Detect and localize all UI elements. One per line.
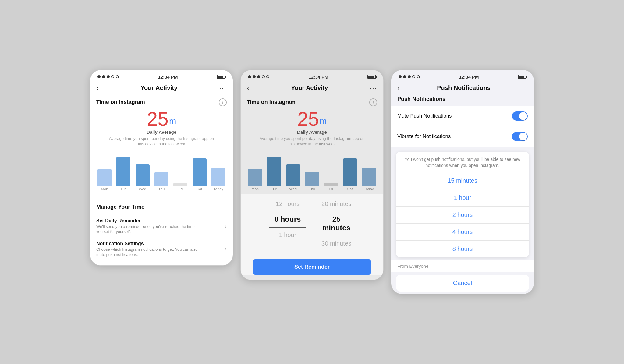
back-button-2[interactable]: ‹ <box>247 84 249 92</box>
vibrate-row: Vibrate for Notifications <box>391 126 534 147</box>
reminder-title: Set Daily Reminder <box>96 218 200 224</box>
daily-avg-desc-1: Average time you spent per day using the… <box>96 135 227 148</box>
bar-column <box>116 157 130 186</box>
dot2-1 <box>248 75 251 78</box>
dot3 <box>107 75 110 78</box>
option-4hours[interactable]: 4 hours <box>396 223 529 240</box>
daily-avg-1: 25m Daily Average Average time you spent… <box>90 106 233 149</box>
bar-column-2 <box>267 157 281 186</box>
status-time-3: 12:34 PM <box>459 74 479 80</box>
bar-column-2 <box>305 172 319 186</box>
bar-2 <box>305 172 319 186</box>
reminder-text: Set Daily Reminder We'll send you a remi… <box>96 218 200 235</box>
avg-number-1: 25 <box>147 109 168 129</box>
bar-label: Sat <box>193 187 207 191</box>
status-bar-1: 12:34 PM <box>90 70 233 82</box>
bar-column <box>173 183 187 186</box>
info-icon-2[interactable]: i <box>369 98 377 106</box>
dot2-5 <box>266 75 269 78</box>
bar-column <box>211 168 225 186</box>
time-on-instagram-title: Time on Instagram <box>96 99 145 105</box>
status-bar-3: 12:34 PM <box>391 70 534 82</box>
bar-column-2 <box>343 158 357 186</box>
vibrate-toggle[interactable] <box>512 132 528 141</box>
option-1hour[interactable]: 1 hour <box>396 189 529 206</box>
daily-avg-label-1: Daily Average <box>96 129 227 135</box>
bar-column-2 <box>362 168 376 186</box>
screen2: 12:34 PM ‹ Your Activity ··· Time on Ins… <box>240 70 384 280</box>
battery-icon-1 <box>217 75 225 79</box>
bar-label-2: Fri <box>324 187 338 191</box>
mute-push-toggle[interactable] <box>512 111 528 121</box>
mute-push-row: Mute Push Notifications <box>391 106 534 126</box>
manage-title: Manage Your Time <box>96 204 227 210</box>
bar-column <box>154 172 168 186</box>
chart-area-2: Time on Instagram i 25m Daily Average Av… <box>241 96 383 194</box>
dot3-1 <box>399 75 402 78</box>
bar <box>154 172 168 186</box>
info-icon-1[interactable]: i <box>219 98 227 106</box>
bar-column-2 <box>324 183 338 186</box>
set-daily-reminder-item[interactable]: Set Daily Reminder We'll send you a remi… <box>96 215 227 238</box>
page-title-1: Your Activity <box>140 84 177 91</box>
avg-number-2: 25 <box>297 109 319 129</box>
bar-column <box>98 169 112 186</box>
bar-label: Tue <box>116 187 130 191</box>
bar-label: Today <box>211 187 225 191</box>
status-time-1: 12:34 PM <box>158 74 178 80</box>
section-header-1: Time on Instagram i <box>90 96 233 106</box>
nav-bar-2: ‹ Your Activity ··· <box>241 82 383 96</box>
status-bar-2: 12:34 PM <box>241 70 383 82</box>
notification-settings-item[interactable]: Notification Settings Choose which Insta… <box>96 238 227 260</box>
notification-title: Notification Settings <box>96 241 200 246</box>
more-button-1[interactable]: ··· <box>219 84 227 92</box>
bar-2 <box>267 157 281 186</box>
option-2hours[interactable]: 2 hours <box>396 206 529 223</box>
hours-bottom: 1 hour <box>269 228 306 242</box>
back-button-1[interactable]: ‹ <box>96 84 99 92</box>
dot2-4 <box>262 75 265 78</box>
bar <box>136 164 150 186</box>
reminder-desc: We'll send you a reminder once you've re… <box>96 224 200 235</box>
section-header-2: Time on Instagram i <box>241 96 383 106</box>
bar-2 <box>343 158 357 186</box>
bar-label-2: Today <box>362 187 376 191</box>
bar-label: Wed <box>136 187 150 191</box>
dot3-4 <box>412 75 415 78</box>
dot5 <box>116 75 119 78</box>
option-15min[interactable]: 15 minutes <box>396 172 529 189</box>
push-notifications-title: Push Notifications <box>391 96 534 106</box>
option-8hours[interactable]: 8 hours <box>396 240 529 257</box>
cancel-button[interactable]: Cancel <box>396 275 529 292</box>
set-reminder-button[interactable]: Set Reminder <box>253 259 371 275</box>
bar <box>173 183 187 186</box>
bar-labels-2: MonTueWedThuFriSatToday <box>241 186 383 194</box>
bar-label-2: Sat <box>343 187 357 191</box>
screen3: 12:34 PM ‹ Push Notifications Push Notif… <box>391 70 534 294</box>
bar-label-2: Wed <box>286 187 300 191</box>
minutes-picker[interactable]: 20 minutes 25 minutes 30 minutes <box>318 197 355 251</box>
dot2 <box>102 75 105 78</box>
bar-label: Mon <box>98 187 112 191</box>
bar-chart-2 <box>241 149 383 186</box>
bar-column <box>136 164 150 186</box>
daily-avg-label-2: Daily Average <box>247 129 377 135</box>
bar-label: Fri <box>173 187 187 191</box>
chevron-icon-1: › <box>225 223 227 230</box>
picker-area[interactable]: 12 hours 0 hours 1 hour 20 minutes 25 mi… <box>241 194 383 275</box>
more-button-2[interactable]: ··· <box>370 84 377 92</box>
back-button-3[interactable]: ‹ <box>397 84 400 92</box>
big-number-row: 25m <box>96 109 227 129</box>
cancel-btn-area: Cancel <box>396 275 529 292</box>
hours-picker[interactable]: 12 hours 0 hours 1 hour <box>269 197 306 251</box>
battery-icon-3 <box>518 75 526 79</box>
bar <box>98 169 112 186</box>
dot4 <box>111 75 114 78</box>
dot2-2 <box>253 75 256 78</box>
modal-notice-text: You won't get push notifications, but yo… <box>396 152 529 172</box>
avg-unit-1: m <box>169 116 176 126</box>
battery-icon-2 <box>367 75 376 79</box>
dot3-3 <box>408 75 411 78</box>
big-number-row-2: 25m <box>247 109 377 129</box>
dot3-5 <box>417 75 420 78</box>
